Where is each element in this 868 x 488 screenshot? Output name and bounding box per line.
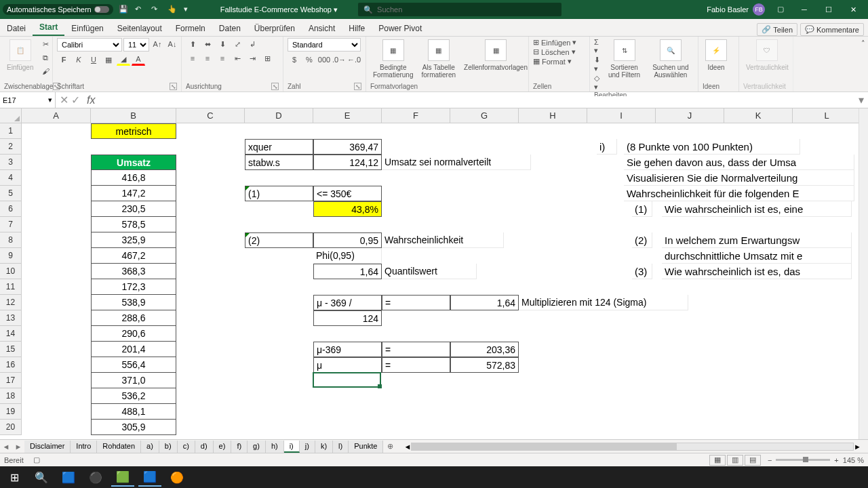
cell-B3[interactable]: Umsatz: [91, 155, 176, 170]
cell-E6[interactable]: 43,8%: [313, 201, 382, 217]
tab-home[interactable]: Start: [33, 20, 64, 36]
row-header-16[interactable]: 16: [0, 357, 22, 373]
indent-decrease-icon[interactable]: ⇤: [231, 52, 244, 64]
col-header-C[interactable]: C: [176, 108, 245, 123]
align-middle-icon[interactable]: ⬌: [201, 38, 214, 50]
taskbar-firefox-icon[interactable]: 🟠: [165, 468, 189, 487]
row-header-1[interactable]: 1: [0, 123, 22, 139]
share-button[interactable]: 🔗 Teilen: [757, 23, 797, 36]
zoom-in-button[interactable]: +: [834, 456, 838, 464]
indent-increase-icon[interactable]: ⇥: [245, 52, 259, 64]
percent-icon[interactable]: %: [302, 54, 316, 66]
delete-cells-button[interactable]: ⊟Löschen ▾: [533, 47, 576, 56]
tab-page-layout[interactable]: Seitenlayout: [111, 21, 169, 36]
undo-icon[interactable]: ↶: [135, 5, 144, 14]
sheet-tab-c)[interactable]: c): [178, 441, 195, 453]
cell-F12[interactable]: =: [382, 295, 450, 310]
search-input[interactable]: [377, 5, 556, 14]
align-dialog-icon[interactable]: ⤡: [271, 83, 279, 90]
vertical-scrollbar[interactable]: [859, 108, 868, 439]
cell-G16[interactable]: 572,83: [450, 357, 519, 373]
taskbar-app-1[interactable]: 🟦: [57, 468, 80, 487]
cell-E13[interactable]: 124: [313, 310, 382, 326]
cell-B8[interactable]: 325,9: [91, 232, 176, 248]
taskbar-app-2[interactable]: ⚫: [84, 468, 107, 487]
copy-icon[interactable]: ⧉: [39, 52, 52, 64]
add-sheet-button[interactable]: ⊕: [383, 442, 397, 451]
touch-icon[interactable]: 👆: [167, 5, 177, 14]
row-header-9[interactable]: 9: [0, 248, 22, 264]
col-header-J[interactable]: J: [656, 108, 724, 123]
row-header-13[interactable]: 13: [0, 310, 22, 326]
cell-B5[interactable]: 147,2: [91, 186, 176, 201]
cell-G12[interactable]: 1,64: [450, 295, 519, 310]
cell-D2[interactable]: xquer: [245, 139, 313, 155]
name-box-input[interactable]: [3, 96, 48, 104]
cell-B17[interactable]: 371,0: [91, 373, 176, 388]
align-top-icon[interactable]: ⬆: [186, 38, 199, 50]
name-box[interactable]: ▾: [0, 92, 56, 108]
row-header-7[interactable]: 7: [0, 217, 22, 232]
save-icon[interactable]: 💾: [119, 5, 128, 14]
cell-B18[interactable]: 536,2: [91, 388, 176, 404]
sheet-tab-Disclaimer[interactable]: Disclaimer: [24, 441, 71, 453]
cell-F8[interactable]: Wahrscheinlichkeit: [382, 232, 504, 248]
sheet-nav-prev-icon[interactable]: ◄: [0, 443, 12, 451]
format-painter-icon[interactable]: 🖌: [39, 65, 52, 77]
italic-icon[interactable]: K: [72, 54, 85, 66]
decrease-decimal-icon[interactable]: ←.0: [347, 54, 361, 66]
row-header-12[interactable]: 12: [0, 295, 22, 310]
cell-H12[interactable]: Multiplizieren mit 124 (Sigma): [519, 295, 688, 310]
expand-formula-icon[interactable]: ▾: [854, 94, 868, 106]
increase-decimal-icon[interactable]: .0→: [332, 54, 346, 66]
fx-icon[interactable]: fx: [84, 94, 98, 106]
cell-B20[interactable]: 305,9: [91, 420, 176, 435]
clear-icon[interactable]: ◇ ▾: [594, 74, 601, 92]
cell-B9[interactable]: 467,2: [91, 248, 176, 264]
maximize-button[interactable]: ☐: [816, 0, 841, 19]
col-header-B[interactable]: B: [91, 108, 176, 123]
collapse-ribbon-icon[interactable]: ˄: [859, 37, 868, 92]
find-select-button[interactable]: 🔍Suchen und Auswählen: [648, 38, 694, 80]
font-size-select[interactable]: 11: [123, 38, 149, 52]
cell-B7[interactable]: 578,5: [91, 217, 176, 232]
taskbar-excel-icon[interactable]: 🟩: [111, 468, 134, 487]
sheet-nav-next-icon[interactable]: ►: [12, 443, 24, 451]
ribbon-display-icon[interactable]: ▢: [777, 5, 787, 14]
sheet-tab-Intro[interactable]: Intro: [71, 441, 97, 453]
cell-B15[interactable]: 201,4: [91, 342, 176, 357]
col-header-H[interactable]: H: [519, 108, 587, 123]
row-header-5[interactable]: 5: [0, 186, 22, 201]
cell-D3[interactable]: stabw.s: [245, 155, 313, 170]
tab-view[interactable]: Ansicht: [302, 21, 342, 36]
cell-E5[interactable]: <= 350€: [313, 186, 382, 201]
sheet-tab-l)[interactable]: l): [333, 441, 349, 453]
zoom-slider[interactable]: [776, 459, 830, 461]
cell-E9[interactable]: Phi(0,95): [313, 248, 382, 264]
row-header-10[interactable]: 10: [0, 264, 22, 279]
font-name-select[interactable]: Calibri: [57, 38, 122, 52]
taskbar-word-icon[interactable]: 🟦: [138, 468, 161, 487]
document-title[interactable]: Fallstudie E-Commerce Webshop ▾: [220, 5, 338, 14]
col-header-F[interactable]: F: [382, 108, 450, 123]
cell-F3[interactable]: Umsatz sei normalverteilt: [382, 155, 531, 170]
cut-icon[interactable]: ✂: [39, 38, 52, 50]
enter-formula-icon[interactable]: ✓: [71, 94, 80, 106]
sheet-tab-g)[interactable]: g): [248, 441, 266, 453]
cell-F15[interactable]: =: [382, 342, 450, 357]
wrap-text-icon[interactable]: ↲: [245, 38, 259, 50]
comma-icon[interactable]: 000: [317, 54, 331, 66]
sheet-tab-j)[interactable]: j): [300, 441, 315, 453]
cell-styles-button[interactable]: ▦Zellenformatvorlagen: [461, 38, 530, 73]
row-headers[interactable]: 1234567891011121314151617181920: [0, 123, 22, 435]
cell-E8[interactable]: 0,95: [313, 232, 382, 248]
cell-B4[interactable]: 416,8: [91, 170, 176, 186]
sheet-tab-d)[interactable]: d): [195, 441, 214, 453]
close-button[interactable]: ✕: [841, 0, 865, 19]
tab-power-pivot[interactable]: Power Pivot: [372, 21, 429, 36]
increase-font-icon[interactable]: A↑: [151, 38, 164, 50]
dropdown-icon[interactable]: ▾: [184, 5, 193, 14]
cell-B12[interactable]: 538,9: [91, 295, 176, 310]
cell-E10[interactable]: 1,64: [313, 264, 382, 279]
format-as-table-button[interactable]: ▦Als Tabelle formatieren: [418, 38, 458, 80]
